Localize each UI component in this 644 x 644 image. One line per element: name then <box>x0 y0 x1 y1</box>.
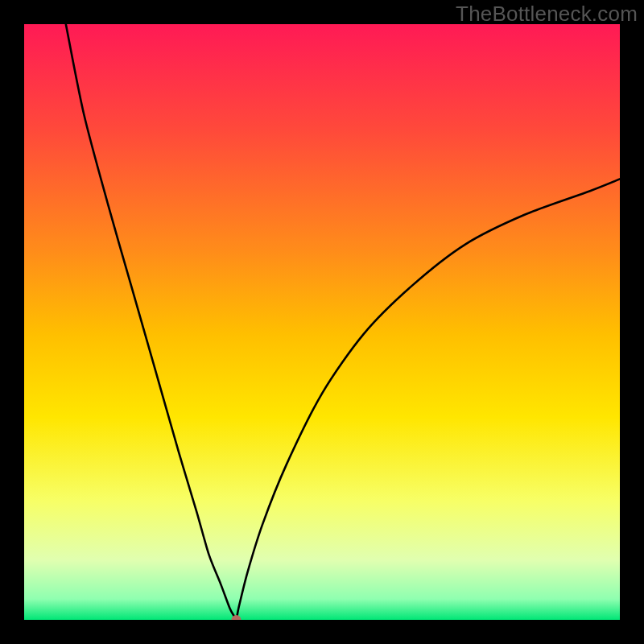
chart-svg <box>24 24 620 620</box>
chart-background <box>24 24 620 620</box>
plot-area <box>24 24 620 620</box>
watermark-text: TheBottleneck.com <box>456 2 638 27</box>
chart-frame: TheBottleneck.com <box>0 0 644 644</box>
